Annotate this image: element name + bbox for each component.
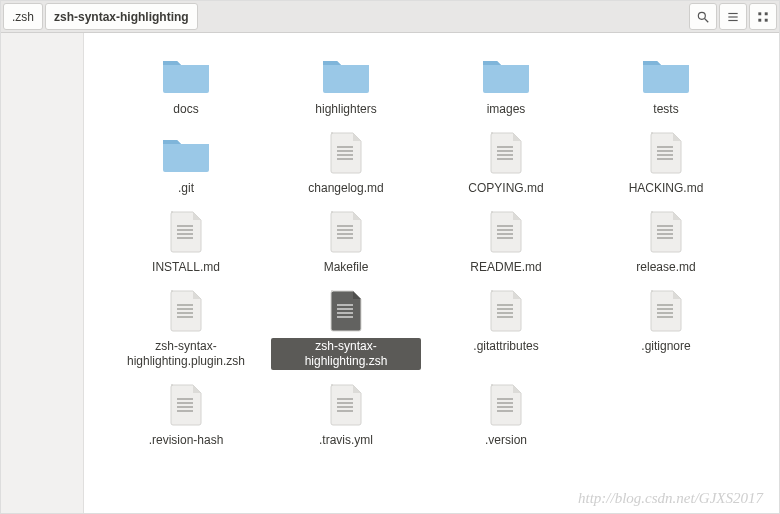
file-icon xyxy=(480,382,532,428)
file-item[interactable]: .gitattributes xyxy=(426,284,586,372)
item-label: zsh-syntax-highlighting.plugin.zsh xyxy=(111,338,261,370)
item-label: .git xyxy=(175,180,197,197)
item-label: .revision-hash xyxy=(146,432,227,449)
folder-item[interactable]: highlighters xyxy=(266,47,426,120)
folder-icon xyxy=(160,130,212,176)
item-label: .gitattributes xyxy=(470,338,541,355)
item-label: changelog.md xyxy=(305,180,386,197)
svg-line-1 xyxy=(705,18,709,22)
file-icon xyxy=(480,130,532,176)
svg-rect-8 xyxy=(765,18,768,21)
icon-view-icon xyxy=(756,10,770,24)
toolbar-spacer xyxy=(200,3,687,30)
file-item[interactable]: .travis.yml xyxy=(266,378,426,451)
file-icon xyxy=(320,130,372,176)
breadcrumb-label: zsh-syntax-highlighting xyxy=(54,10,189,24)
item-label: tests xyxy=(650,101,681,118)
file-item[interactable]: .gitignore xyxy=(586,284,746,372)
toolbar: .zsh zsh-syntax-highlighting xyxy=(1,1,779,33)
svg-point-0 xyxy=(698,12,705,19)
folder-item[interactable]: tests xyxy=(586,47,746,120)
file-grid-area: docs highlighters images tests .git chan… xyxy=(83,33,779,513)
svg-rect-5 xyxy=(758,12,761,15)
file-icon xyxy=(320,209,372,255)
folder-icon xyxy=(480,51,532,97)
item-label: release.md xyxy=(633,259,698,276)
item-label: images xyxy=(484,101,529,118)
file-item[interactable]: zsh-syntax-highlighting.plugin.zsh xyxy=(106,284,266,372)
folder-item[interactable]: docs xyxy=(106,47,266,120)
file-item[interactable]: changelog.md xyxy=(266,126,426,199)
file-icon xyxy=(160,288,212,334)
folder-item[interactable]: images xyxy=(426,47,586,120)
item-label: .travis.yml xyxy=(316,432,376,449)
item-label: highlighters xyxy=(312,101,379,118)
list-view-icon xyxy=(726,10,740,24)
file-item[interactable]: Makefile xyxy=(266,205,426,278)
item-label: HACKING.md xyxy=(626,180,707,197)
item-label: zsh-syntax-highlighting.zsh xyxy=(271,338,421,370)
file-icon xyxy=(160,382,212,428)
item-label: .gitignore xyxy=(638,338,693,355)
folder-item[interactable]: .git xyxy=(106,126,266,199)
folder-icon xyxy=(640,51,692,97)
file-item[interactable]: COPYING.md xyxy=(426,126,586,199)
search-button[interactable] xyxy=(689,3,717,30)
file-icon xyxy=(480,288,532,334)
item-label: Makefile xyxy=(321,259,372,276)
file-item[interactable]: .revision-hash xyxy=(106,378,266,451)
svg-rect-6 xyxy=(765,12,768,15)
folder-icon xyxy=(160,51,212,97)
item-label: .version xyxy=(482,432,530,449)
sidebar xyxy=(1,33,83,513)
svg-rect-7 xyxy=(758,18,761,21)
search-icon xyxy=(696,10,710,24)
file-grid: docs highlighters images tests .git chan… xyxy=(84,33,779,459)
item-label: docs xyxy=(170,101,201,118)
item-label: README.md xyxy=(467,259,544,276)
breadcrumb-parent[interactable]: .zsh xyxy=(3,3,43,30)
breadcrumb-current[interactable]: zsh-syntax-highlighting xyxy=(45,3,198,30)
file-item[interactable]: README.md xyxy=(426,205,586,278)
file-item[interactable]: release.md xyxy=(586,205,746,278)
icon-view-button[interactable] xyxy=(749,3,777,30)
file-icon xyxy=(640,130,692,176)
file-item[interactable]: zsh-syntax-highlighting.zsh xyxy=(266,284,426,372)
file-icon xyxy=(480,209,532,255)
breadcrumb-label: .zsh xyxy=(12,10,34,24)
file-icon xyxy=(160,209,212,255)
item-label: INSTALL.md xyxy=(149,259,223,276)
file-item[interactable]: HACKING.md xyxy=(586,126,746,199)
file-icon xyxy=(640,209,692,255)
item-label: COPYING.md xyxy=(465,180,546,197)
file-item[interactable]: INSTALL.md xyxy=(106,205,266,278)
file-icon xyxy=(640,288,692,334)
file-icon xyxy=(320,382,372,428)
file-icon xyxy=(320,288,372,334)
folder-icon xyxy=(320,51,372,97)
watermark: http://blog.csdn.net/GJXS2017 xyxy=(578,490,763,507)
list-view-button[interactable] xyxy=(719,3,747,30)
file-item[interactable]: .version xyxy=(426,378,586,451)
